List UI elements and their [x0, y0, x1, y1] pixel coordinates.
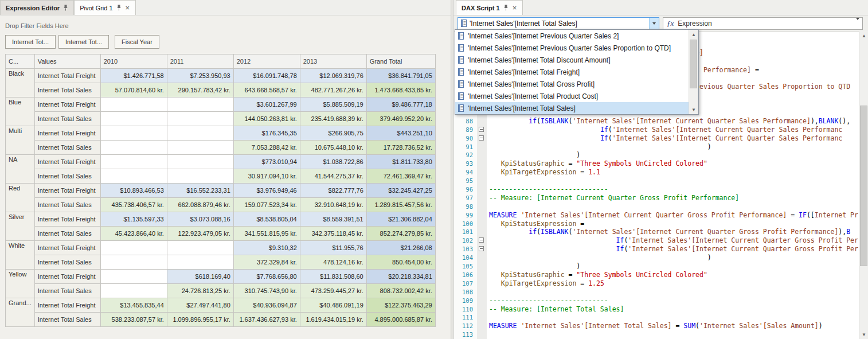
close-icon[interactable]: × [125, 5, 131, 11]
pivot-value-cell[interactable]: 72.461.369,47 kr. [366, 169, 435, 184]
pivot-value-cell[interactable] [167, 169, 233, 184]
pivot-value-cell[interactable]: $11.955,76 [300, 241, 366, 255]
pivot-value-cell[interactable]: $1.811.733,80 [366, 155, 435, 169]
tab-expression-editor[interactable]: Expression Editor [0, 0, 74, 15]
chevron-down-icon[interactable] [856, 20, 862, 27]
fold-collapse-button[interactable] [479, 135, 484, 141]
pivot-value-cell[interactable]: 32.910.648,19 kr. [300, 198, 366, 212]
pivot-value-cell[interactable]: 1.619.434.015,19 kr. [300, 313, 366, 327]
pin-icon[interactable] [116, 5, 122, 11]
pivot-value-cell[interactable]: $16.091.748,78 [233, 69, 300, 83]
pivot-value-cell[interactable]: $13.455.835,44 [100, 298, 167, 313]
pivot-value-cell[interactable]: 473.259.445,27 kr. [300, 284, 366, 298]
pivot-group-label[interactable]: Blue [6, 98, 35, 126]
pivot-group-label[interactable]: Multi [6, 126, 35, 155]
pivot-value-cell[interactable]: 643.668.568,57 kr. [233, 83, 300, 98]
fold-collapse-button[interactable] [479, 246, 484, 251]
tab-dax-script[interactable]: DAX Script 1 × [456, 0, 523, 15]
pivot-measure-label[interactable]: Internet Total Freight [34, 270, 100, 284]
pivot-value-cell[interactable] [100, 270, 167, 284]
measure-dropdown-item[interactable]: 'Internet Sales'[Internet Total Freight] [455, 66, 689, 78]
pivot-value-cell[interactable]: 478.124,16 kr. [300, 255, 366, 270]
pivot-measure-label[interactable]: Internet Total Freight [34, 126, 100, 141]
pivot-column-header[interactable]: C... [6, 54, 35, 69]
scroll-down-arrow[interactable]: ▼ [689, 105, 698, 114]
code-text[interactable] [487, 177, 859, 185]
fold-collapse-button[interactable] [479, 127, 484, 132]
pivot-value-cell[interactable]: 41.544.275,37 kr. [300, 169, 366, 184]
pivot-value-cell[interactable]: 1.099.896.955,17 kr. [167, 313, 233, 327]
pivot-value-cell[interactable] [100, 255, 167, 270]
pivot-value-cell[interactable]: 1.473.668.433,85 kr. [366, 83, 435, 98]
pivot-value-cell[interactable]: $3.073.088,16 [167, 212, 233, 227]
measure-combo-dropdown-button[interactable] [649, 18, 659, 29]
pivot-value-cell[interactable]: 372.329,84 kr. [233, 255, 300, 270]
measure-selector-combo[interactable]: 'Internet Sales'[Internet Total Sales] [458, 17, 659, 30]
pivot-value-cell[interactable] [167, 141, 233, 155]
pivot-measure-label[interactable]: Internet Total Freight [34, 155, 100, 169]
pivot-measure-label[interactable]: Internet Total Freight [34, 298, 100, 313]
pivot-value-cell[interactable]: 662.088.879,46 kr. [167, 198, 233, 212]
pivot-value-cell[interactable] [167, 241, 233, 255]
pivot-value-cell[interactable]: $3.976.949,46 [233, 184, 300, 198]
code-text[interactable]: ) [487, 262, 859, 271]
pivot-value-cell[interactable]: $9.486.777,18 [366, 98, 435, 112]
code-text[interactable] [487, 313, 859, 322]
code-text[interactable]: MEASURE 'Internet Sales'[Internet Total … [487, 322, 859, 330]
pivot-measure-label[interactable]: Internet Total Freight [34, 69, 100, 83]
pivot-value-cell[interactable]: 850.454,00 kr. [366, 255, 435, 270]
filter-field-fiscal-year[interactable]: Fiscal Year [115, 35, 159, 49]
pivot-value-cell[interactable]: 17.728.736,52 kr. [366, 141, 435, 155]
filter-field-internet-total-1[interactable]: Internet Tot... [5, 35, 56, 49]
drop-filter-area[interactable]: Drop Filter Fields Here [0, 15, 451, 29]
scroll-up-arrow[interactable]: ▲ [859, 31, 868, 40]
pivot-value-cell[interactable]: $5.885.509,19 [300, 98, 366, 112]
pivot-value-cell[interactable] [100, 141, 167, 155]
pivot-value-cell[interactable] [100, 98, 167, 112]
pivot-column-header[interactable]: 2011 [167, 54, 233, 69]
pivot-column-header[interactable]: Grand Total [366, 54, 435, 69]
pivot-column-header[interactable]: 2013 [300, 54, 366, 69]
pivot-value-cell[interactable]: 852.274.279,85 kr. [366, 227, 435, 241]
pivot-value-cell[interactable]: $11.831.508,60 [300, 270, 366, 284]
pivot-measure-label[interactable]: Internet Total Freight [34, 241, 100, 255]
pivot-measure-label[interactable]: Internet Total Sales [34, 141, 100, 155]
dropdown-scrollbar[interactable]: ▲ ▼ [689, 30, 698, 114]
fold-collapse-button[interactable] [479, 237, 484, 243]
measure-dropdown-item[interactable]: 'Internet Sales'[Internet Previous Quart… [455, 30, 689, 42]
code-text[interactable]: KpiStatusExpression = [487, 220, 859, 228]
pivot-measure-label[interactable]: Internet Total Sales [34, 83, 100, 98]
code-text[interactable]: -- Measure: [Internet Current Quarter Gr… [487, 194, 859, 202]
pivot-value-cell[interactable]: 341.551.815,95 kr. [233, 227, 300, 241]
pivot-value-cell[interactable]: $40.936.094,87 [233, 298, 300, 313]
pivot-value-cell[interactable]: $7.768.656,80 [233, 270, 300, 284]
close-icon[interactable]: × [512, 5, 518, 11]
pivot-value-cell[interactable]: $21.306.882,04 [366, 212, 435, 227]
pivot-group-label[interactable]: Black [6, 69, 35, 98]
pivot-value-cell[interactable]: $266.905,75 [300, 126, 366, 141]
pivot-value-cell[interactable]: 435.738.406,57 kr. [100, 198, 167, 212]
pivot-value-cell[interactable]: $1.038.722,86 [300, 155, 366, 169]
pivot-group-label[interactable]: Grand... [6, 298, 35, 327]
measure-dropdown-item[interactable]: 'Internet Sales'[Internet Previous Quart… [455, 42, 689, 54]
pivot-column-header[interactable]: 2010 [100, 54, 167, 69]
pivot-value-cell[interactable]: $618.169,40 [167, 270, 233, 284]
pivot-value-cell[interactable]: $10.893.466,53 [100, 184, 167, 198]
pivot-value-cell[interactable]: $8.559.391,51 [300, 212, 366, 227]
pivot-value-cell[interactable]: 235.419.688,39 kr. [300, 112, 366, 126]
pivot-measure-label[interactable]: Internet Total Sales [34, 112, 100, 126]
pivot-value-cell[interactable]: $122.375.463,29 [366, 298, 435, 313]
pivot-measure-label[interactable]: Internet Total Sales [34, 255, 100, 270]
code-text[interactable] [487, 330, 859, 339]
pivot-value-cell[interactable]: 482.771.267,26 kr. [300, 83, 366, 98]
pivot-value-cell[interactable]: $822.777,76 [300, 184, 366, 198]
pivot-value-cell[interactable]: 290.157.783,42 kr. [167, 83, 233, 98]
scroll-up-arrow[interactable]: ▲ [689, 30, 698, 39]
pivot-value-cell[interactable]: 1.289.815.457,56 kr. [366, 198, 435, 212]
pivot-value-cell[interactable] [100, 284, 167, 298]
pivot-value-cell[interactable] [100, 112, 167, 126]
code-text[interactable]: If('Internet Sales'[Internet Current Qua… [487, 134, 859, 143]
scroll-down-arrow[interactable]: ▼ [859, 330, 868, 339]
pivot-value-cell[interactable] [100, 169, 167, 184]
code-text[interactable]: ------------------------------ [487, 297, 859, 305]
